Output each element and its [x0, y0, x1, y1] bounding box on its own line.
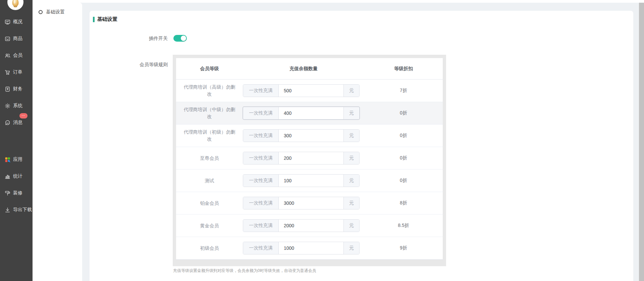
members-icon: [4, 52, 11, 59]
sidebar-menu: 概况 商品 会员 订单 财务 系统 消息 ... 应用 统计 装修 导出下载: [0, 13, 33, 218]
cell-recharge-amount: 一次性充满 元: [243, 129, 364, 142]
sidebar-item-label: 财务: [13, 86, 22, 92]
sidebar-item-system[interactable]: 系统: [0, 97, 33, 114]
table-row: 代理商培训（高级）勿删改 一次性充满 元 7折: [176, 80, 443, 102]
input-suffix-label: 元: [343, 107, 359, 119]
level-rules-table: 会员等级 充值余额数量 等级折扣 代理商培训（高级）勿删改 一次性充满 元 7折…: [176, 58, 443, 260]
sidebar-item-label: 概况: [13, 19, 22, 25]
cell-level-discount: 8.5折: [364, 223, 443, 229]
table-row: 测试 一次性充满 元 0折: [176, 170, 443, 192]
amount-input[interactable]: [279, 130, 343, 142]
sidebar-item-label: 统计: [13, 173, 22, 179]
table-row: 至尊会员 一次性充满 元 0折: [176, 147, 443, 170]
amount-input-group: 一次性充满 元: [243, 152, 360, 165]
cell-recharge-amount: 一次性充满 元: [243, 219, 364, 232]
amount-input[interactable]: [279, 107, 343, 119]
sidebar-item-label: 订单: [13, 69, 22, 75]
cell-member-level: 黄金会员: [176, 222, 243, 229]
sidebar-item-finance[interactable]: 财务: [0, 81, 33, 97]
input-suffix-label: 元: [343, 85, 359, 97]
sidebar-item-export[interactable]: 导出下载: [0, 201, 33, 218]
messages-icon: [4, 120, 11, 126]
cell-member-level: 初级会员: [176, 245, 243, 252]
header-recharge-amount: 充值余额数量: [243, 66, 364, 72]
title-accent-bar: [93, 17, 95, 22]
input-suffix-label: 元: [343, 220, 359, 232]
sidebar-item-label: 应用: [13, 156, 22, 162]
sidebar-item-label: 商品: [13, 36, 22, 42]
sidebar-item-label: 消息: [13, 120, 22, 126]
section-title-text: 基础设置: [97, 16, 117, 22]
amount-input[interactable]: [279, 85, 343, 97]
apps-icon: [4, 156, 11, 163]
amount-input-group: 一次性充满 元: [243, 174, 360, 187]
amount-input-group: 一次性充满 元: [243, 84, 360, 97]
input-prefix-label: 一次性充满: [243, 220, 279, 232]
sidebar-item-stats[interactable]: 统计: [0, 168, 33, 185]
cell-member-level: 至尊会员: [176, 155, 243, 162]
cell-member-level: 测试: [176, 177, 243, 184]
input-prefix-label: 一次性充满: [243, 242, 279, 254]
amount-input[interactable]: [279, 175, 343, 187]
sidebar-item-messages[interactable]: 消息 ...: [0, 114, 33, 131]
settings-card: 基础设置 插件开关 会员等级规则 会员等级 充值余额数量 等级折扣 代理商培训（…: [90, 11, 633, 281]
sidebar-item-apps[interactable]: 应用: [0, 151, 33, 168]
cell-recharge-amount: 一次性充满 元: [243, 84, 364, 97]
input-prefix-label: 一次性充满: [243, 107, 279, 119]
export-icon: [4, 207, 11, 213]
plugin-switch-label: 插件开关: [90, 35, 168, 42]
amount-input-group: 一次性充满 元: [243, 242, 360, 254]
header-level-discount: 等级折扣: [364, 66, 443, 72]
sidebar-item-orders[interactable]: 订单: [0, 64, 33, 81]
primary-sidebar: 概况 商品 会员 订单 财务 系统 消息 ... 应用 统计 装修 导出下载: [0, 0, 33, 281]
sidebar-item-overview[interactable]: 概况: [0, 13, 33, 30]
sidebar-item-members[interactable]: 会员: [0, 47, 33, 64]
table-body: 代理商培训（高级）勿删改 一次性充满 元 7折 代理商培训（中级）勿删改 一次性…: [176, 80, 443, 260]
input-suffix-label: 元: [343, 175, 359, 187]
input-suffix-label: 元: [343, 242, 359, 254]
table-row: 初级会员 一次性充满 元 9折: [176, 237, 443, 260]
table-header-row: 会员等级 充值余额数量 等级折扣: [176, 58, 443, 80]
amount-input-group: 一次性充满 元: [243, 129, 360, 142]
toggle-knob: [181, 36, 186, 41]
input-suffix-label: 元: [343, 197, 359, 209]
vertical-scrollbar[interactable]: [639, 3, 644, 281]
orders-icon: [4, 69, 11, 76]
cell-member-level: 铂金会员: [176, 200, 243, 207]
cell-recharge-amount: 一次性充满 元: [243, 174, 364, 187]
section-title: 基础设置: [93, 16, 117, 22]
sidebar-item-label: 会员: [13, 52, 22, 58]
cell-level-discount: 8折: [364, 200, 443, 206]
table-row: 代理商培训（初级）勿删改 一次性充满 元 0折: [176, 125, 443, 147]
input-prefix-label: 一次性充满: [243, 152, 279, 164]
header-member-level: 会员等级: [176, 66, 243, 72]
amount-input[interactable]: [279, 197, 343, 209]
level-rules-label: 会员等级规则: [90, 61, 168, 68]
sidebar-item-decorate[interactable]: 装修: [0, 185, 33, 201]
input-prefix-label: 一次性充满: [243, 85, 279, 97]
sidebar-item-goods[interactable]: 商品: [0, 30, 33, 47]
cell-level-discount: 0折: [364, 155, 443, 161]
cell-member-level: 代理商培训（中级）勿删改: [176, 106, 243, 120]
goods-icon: [4, 36, 11, 42]
secondary-sidebar: 基础设置: [33, 3, 82, 281]
plugin-switch-toggle[interactable]: [173, 35, 187, 42]
circle-icon: [39, 10, 43, 14]
amount-input-group: 一次性充满 元: [243, 107, 360, 120]
sidebar-item-label: 系统: [13, 103, 22, 109]
table-row: 代理商培训（中级）勿删改 一次性充满 元 0折: [176, 102, 443, 125]
cell-level-discount: 7折: [364, 88, 443, 94]
input-suffix-label: 元: [343, 152, 359, 164]
submenu-item-basic-settings[interactable]: 基础设置: [33, 6, 82, 18]
table-row: 黄金会员 一次性充满 元 8.5折: [176, 215, 443, 237]
level-rules-panel: 会员等级 充值余额数量 等级折扣 代理商培训（高级）勿删改 一次性充满 元 7折…: [173, 55, 446, 266]
amount-input[interactable]: [279, 220, 343, 232]
amount-input[interactable]: [279, 152, 343, 164]
brand-logo[interactable]: [7, 0, 23, 10]
amount-input[interactable]: [279, 242, 343, 254]
input-suffix-label: 元: [343, 130, 359, 142]
input-prefix-label: 一次性充满: [243, 175, 279, 187]
finance-icon: [4, 86, 11, 92]
gourd-logo-icon: [7, 0, 23, 10]
cell-level-discount: 0折: [364, 110, 443, 116]
